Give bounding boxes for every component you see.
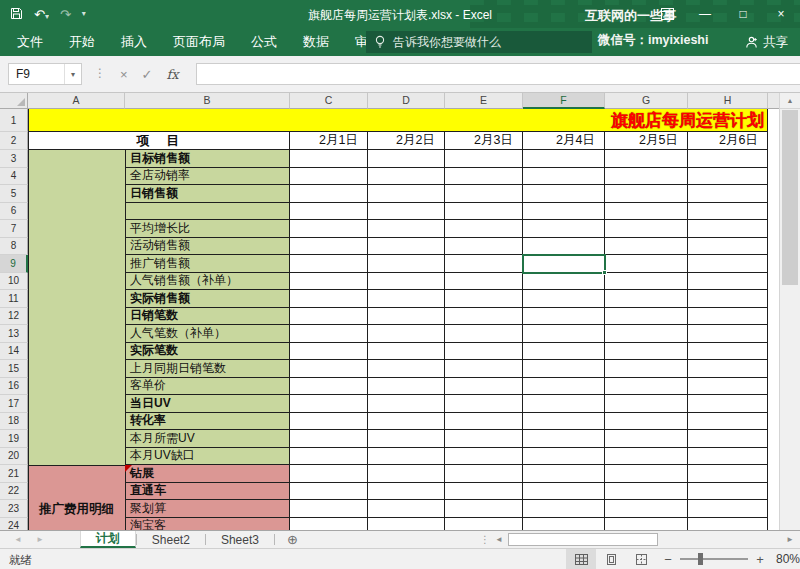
ribbon-tab-公式[interactable]: 公式 [238, 28, 290, 56]
cell-C17[interactable] [290, 395, 368, 413]
cell-C15[interactable] [290, 360, 368, 378]
cell-A21[interactable] [28, 465, 125, 483]
cell-C2[interactable]: 2月1日 [290, 132, 368, 150]
row-header-17[interactable]: 17 [0, 395, 28, 413]
row-header-20[interactable]: 20 [0, 448, 28, 466]
cell-B3[interactable]: 目标销售额 [125, 150, 290, 168]
cell-F19[interactable] [523, 430, 605, 448]
cell-H6[interactable] [688, 203, 768, 221]
cell-C16[interactable] [290, 378, 368, 396]
cell-E17[interactable] [445, 395, 523, 413]
cell-G16[interactable] [605, 378, 688, 396]
column-header-E[interactable]: E [445, 93, 523, 109]
cell-E13[interactable] [445, 325, 523, 343]
cell-A9[interactable] [28, 255, 125, 273]
cell-D17[interactable] [368, 395, 445, 413]
cell-H7[interactable] [688, 220, 768, 238]
cell-B12[interactable]: 日销笔数 [125, 308, 290, 326]
cell-A-pink-section-label[interactable]: 推广费用明细 [29, 501, 124, 518]
hscroll-left-icon[interactable]: ◄ [495, 535, 503, 544]
cell-E10[interactable] [445, 273, 523, 291]
cell-H14[interactable] [688, 343, 768, 361]
cell-A14[interactable] [28, 343, 125, 361]
cell-D15[interactable] [368, 360, 445, 378]
cell-G8[interactable] [605, 238, 688, 256]
cell-E19[interactable] [445, 430, 523, 448]
cell-F5[interactable] [523, 185, 605, 203]
cell-A15[interactable] [28, 360, 125, 378]
cell-D3[interactable] [368, 150, 445, 168]
cell-C23[interactable] [290, 500, 368, 518]
row-header-13[interactable]: 13 [0, 325, 28, 343]
horizontal-scroll-thumb[interactable] [508, 533, 658, 546]
cell-G5[interactable] [605, 185, 688, 203]
cell-A18[interactable] [28, 413, 125, 431]
column-header-C[interactable]: C [290, 93, 368, 109]
cell-D22[interactable] [368, 483, 445, 501]
cell-A4[interactable] [28, 168, 125, 186]
cell-item-header[interactable]: 项 目 [28, 132, 290, 150]
ribbon-tab-文件[interactable]: 文件 [4, 28, 56, 56]
name-box[interactable]: F9 ▾ [8, 63, 82, 85]
row-header-12[interactable]: 12 [0, 308, 28, 326]
cell-A6[interactable] [28, 203, 125, 221]
cell-G7[interactable] [605, 220, 688, 238]
name-box-dropdown-icon[interactable]: ▾ [64, 64, 81, 84]
cell-E14[interactable] [445, 343, 523, 361]
row-header-24[interactable]: 24 [0, 518, 28, 531]
cell-C4[interactable] [290, 168, 368, 186]
cell-D14[interactable] [368, 343, 445, 361]
cell-A19[interactable] [28, 430, 125, 448]
select-all-corner[interactable] [0, 93, 28, 109]
share-button[interactable]: 共享 [745, 28, 788, 56]
cell-C5[interactable] [290, 185, 368, 203]
cell-G14[interactable] [605, 343, 688, 361]
cell-C11[interactable] [290, 290, 368, 308]
cell-F8[interactable] [523, 238, 605, 256]
cell-H12[interactable] [688, 308, 768, 326]
row-header-8[interactable]: 8 [0, 238, 28, 256]
cell-B24[interactable]: 淘宝客 [125, 518, 290, 531]
cell-H16[interactable] [688, 378, 768, 396]
cell-A20[interactable] [28, 448, 125, 466]
cell-G6[interactable] [605, 203, 688, 221]
zoom-out-button[interactable]: − [660, 552, 676, 567]
cell-E4[interactable] [445, 168, 523, 186]
cell-E15[interactable] [445, 360, 523, 378]
cell-H11[interactable] [688, 290, 768, 308]
row-header-11[interactable]: 11 [0, 290, 28, 308]
cell-E24[interactable] [445, 518, 523, 531]
cell-H19[interactable] [688, 430, 768, 448]
cell-F10[interactable] [523, 273, 605, 291]
cell-F15[interactable] [523, 360, 605, 378]
undo-icon[interactable]: ↶▾ [34, 8, 49, 21]
cell-A10[interactable] [28, 273, 125, 291]
cell-D11[interactable] [368, 290, 445, 308]
row-header-7[interactable]: 7 [0, 220, 28, 238]
cell-B11[interactable]: 实际销售额 [125, 290, 290, 308]
cell-G23[interactable] [605, 500, 688, 518]
cell-F21[interactable] [523, 465, 605, 483]
page-layout-view-icon[interactable] [596, 549, 626, 569]
cell-F14[interactable] [523, 343, 605, 361]
cell-H9[interactable] [688, 255, 768, 273]
cell-D2[interactable]: 2月2日 [368, 132, 445, 150]
cell-D12[interactable] [368, 308, 445, 326]
hscroll-right-icon[interactable]: ► [786, 535, 794, 544]
cell-H8[interactable] [688, 238, 768, 256]
sheet-tab-Sheet3[interactable]: Sheet3 [206, 531, 274, 548]
cell-H18[interactable] [688, 413, 768, 431]
ribbon-tab-插入[interactable]: 插入 [108, 28, 160, 56]
cell-A11[interactable] [28, 290, 125, 308]
tab-scroll-splitter[interactable]: ⋮ [480, 534, 490, 545]
cell-A12[interactable] [28, 308, 125, 326]
row-header-16[interactable]: 16 [0, 378, 28, 396]
cell-C3[interactable] [290, 150, 368, 168]
cell-D19[interactable] [368, 430, 445, 448]
cell-E22[interactable] [445, 483, 523, 501]
cell-D23[interactable] [368, 500, 445, 518]
ribbon-tab-开始[interactable]: 开始 [56, 28, 108, 56]
cell-D18[interactable] [368, 413, 445, 431]
cell-C18[interactable] [290, 413, 368, 431]
cell-G13[interactable] [605, 325, 688, 343]
